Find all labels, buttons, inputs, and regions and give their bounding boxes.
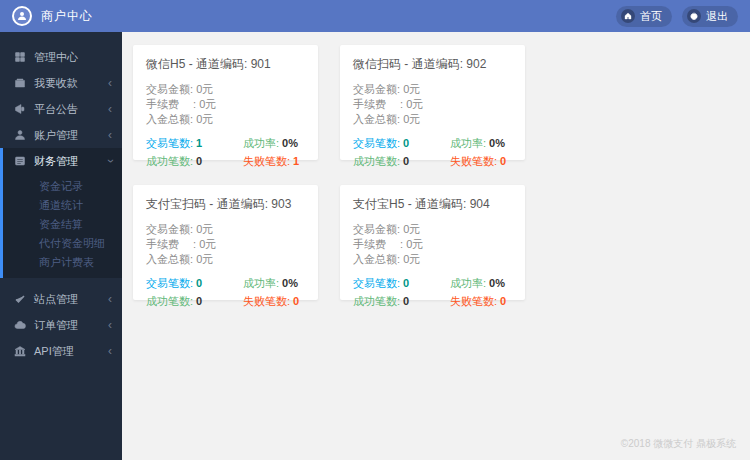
fail-count-label: 失败笔数: <box>243 155 290 167</box>
deposit-value: 0元 <box>403 113 420 125</box>
deposit-row: 入金总额: 0元 <box>353 112 512 127</box>
fee-label: 手续费 : <box>353 238 406 250</box>
sidebar-item-api[interactable]: API管理 <box>0 338 122 364</box>
amount-row: 交易金额: 0元 <box>146 82 305 97</box>
channel-card-903: 支付宝扫码 - 通道编码: 903 交易金额: 0元 手续费 : 0元 入金总额… <box>133 185 318 300</box>
deposit-label: 入金总额: <box>353 113 403 125</box>
success-count-stat: 成功笔数:0 <box>146 294 243 309</box>
sidebar-item-sites[interactable]: 站点管理 <box>0 286 122 312</box>
home-button[interactable]: 首页 <box>616 6 672 27</box>
trade-count-value: 0 <box>403 277 409 289</box>
logout-label: 退出 <box>706 9 728 24</box>
success-rate-label: 成功率: <box>450 277 486 289</box>
success-rate-value: 0% <box>282 137 298 149</box>
chevron-left-icon <box>108 293 112 305</box>
collect-icon <box>14 77 26 89</box>
trade-count-stat: 交易笔数:0 <box>353 136 450 151</box>
topbar-actions: 首页 退出 <box>616 6 738 27</box>
sidebar-item-label: 站点管理 <box>34 292 108 307</box>
card-stats: 交易笔数:0 成功率:0% 成功笔数:0 失败笔数:0 <box>353 276 512 309</box>
bank-icon <box>14 345 26 357</box>
home-label: 首页 <box>640 9 662 24</box>
card-title: 微信H5 - 通道编码: 901 <box>146 56 305 73</box>
success-rate-label: 成功率: <box>450 137 486 149</box>
submenu-item-billing-table[interactable]: 商户计费表 <box>3 253 122 272</box>
sidebar-item-accounts[interactable]: 账户管理 <box>0 122 122 148</box>
success-rate-stat: 成功率:0% <box>243 136 305 151</box>
amount-label: 交易金额: <box>146 83 196 95</box>
fee-label: 手续费 : <box>146 98 199 110</box>
amount-label: 交易金额: <box>353 83 403 95</box>
finance-icon <box>14 155 26 167</box>
submenu-item-fund-records[interactable]: 资金记录 <box>3 177 122 196</box>
trade-count-stat: 交易笔数:1 <box>146 136 243 151</box>
fail-count-value: 0 <box>500 155 506 167</box>
sidebar-item-collect[interactable]: 我要收款 <box>0 70 122 96</box>
fail-count-label: 失败笔数: <box>243 295 290 307</box>
sidebar-item-label: 平台公告 <box>34 102 108 117</box>
deposit-label: 入金总额: <box>146 253 196 265</box>
cloud-icon <box>14 319 26 331</box>
fail-count-stat: 失败笔数:0 <box>243 294 305 309</box>
chevron-left-icon <box>108 345 112 357</box>
fee-label: 手续费 : <box>146 238 199 250</box>
sidebar-group-finance: 财务管理 资金记录 通道统计 资金结算 代付资金明细 商户计费表 <box>0 148 122 278</box>
fail-count-value: 1 <box>293 155 299 167</box>
channel-card-904: 支付宝H5 - 通道编码: 904 交易金额: 0元 手续费 : 0元 入金总额… <box>340 185 525 300</box>
card-stats: 交易笔数:1 成功率:0% 成功笔数:0 失败笔数:1 <box>146 136 305 169</box>
fee-value: 0元 <box>199 238 216 250</box>
trade-count-label: 交易笔数: <box>146 277 193 289</box>
chevron-down-icon <box>104 159 116 163</box>
amount-row: 交易金额: 0元 <box>353 82 512 97</box>
success-count-stat: 成功笔数:0 <box>146 154 243 169</box>
deposit-value: 0元 <box>403 253 420 265</box>
trade-count-value: 0 <box>196 277 202 289</box>
main-content: 微信H5 - 通道编码: 901 交易金额: 0元 手续费 : 0元 入金总额:… <box>122 32 750 460</box>
fee-value: 0元 <box>406 98 423 110</box>
success-count-value: 0 <box>403 155 409 167</box>
chevron-left-icon <box>108 129 112 141</box>
chevron-left-icon <box>108 319 112 331</box>
channel-card-902: 微信扫码 - 通道编码: 902 交易金额: 0元 手续费 : 0元 入金总额:… <box>340 45 525 160</box>
success-count-label: 成功笔数: <box>353 155 400 167</box>
success-rate-value: 0% <box>489 137 505 149</box>
deposit-label: 入金总额: <box>146 113 196 125</box>
chevron-left-icon <box>108 103 112 115</box>
submenu-item-fund-settlement[interactable]: 资金结算 <box>3 215 122 234</box>
fail-count-stat: 失败笔数:0 <box>450 154 512 169</box>
success-rate-label: 成功率: <box>243 277 279 289</box>
fee-row: 手续费 : 0元 <box>146 237 305 252</box>
sidebar-item-announcements[interactable]: 平台公告 <box>0 96 122 122</box>
brand[interactable]: 商户中心 <box>12 6 93 26</box>
fail-count-value: 0 <box>293 295 299 307</box>
trade-count-label: 交易笔数: <box>353 277 400 289</box>
success-count-label: 成功笔数: <box>353 295 400 307</box>
success-count-value: 0 <box>403 295 409 307</box>
sidebar: 管理中心 我要收款 平台公告 账户管理 财务管理 资金记录 通道统计 <box>0 32 122 460</box>
amount-value: 0元 <box>196 223 213 235</box>
sidebar-item-management-center[interactable]: 管理中心 <box>0 44 122 70</box>
amount-row: 交易金额: 0元 <box>353 222 512 237</box>
copyright-text: ©2018 微微支付 鼎极系统 <box>621 437 736 451</box>
logout-button[interactable]: 退出 <box>682 6 738 27</box>
deposit-value: 0元 <box>196 253 213 265</box>
sidebar-item-label: 账户管理 <box>34 128 108 143</box>
trade-count-stat: 交易笔数:0 <box>146 276 243 291</box>
submenu-item-payout-details[interactable]: 代付资金明细 <box>3 234 122 253</box>
success-count-stat: 成功笔数:0 <box>353 294 450 309</box>
amount-value: 0元 <box>403 223 420 235</box>
sidebar-item-orders[interactable]: 订单管理 <box>0 312 122 338</box>
sidebar-item-finance[interactable]: 财务管理 <box>3 148 122 174</box>
fee-value: 0元 <box>199 98 216 110</box>
success-count-value: 0 <box>196 295 202 307</box>
card-stats: 交易笔数:0 成功率:0% 成功笔数:0 失败笔数:0 <box>146 276 305 309</box>
dashboard-icon <box>14 51 26 63</box>
deposit-row: 入金总额: 0元 <box>353 252 512 267</box>
amount-label: 交易金额: <box>146 223 196 235</box>
check-icon <box>14 293 26 305</box>
submenu-item-channel-stats[interactable]: 通道统计 <box>3 196 122 215</box>
fee-value: 0元 <box>406 238 423 250</box>
power-icon <box>687 9 701 23</box>
trade-count-value: 0 <box>403 137 409 149</box>
fee-row: 手续费 : 0元 <box>146 97 305 112</box>
